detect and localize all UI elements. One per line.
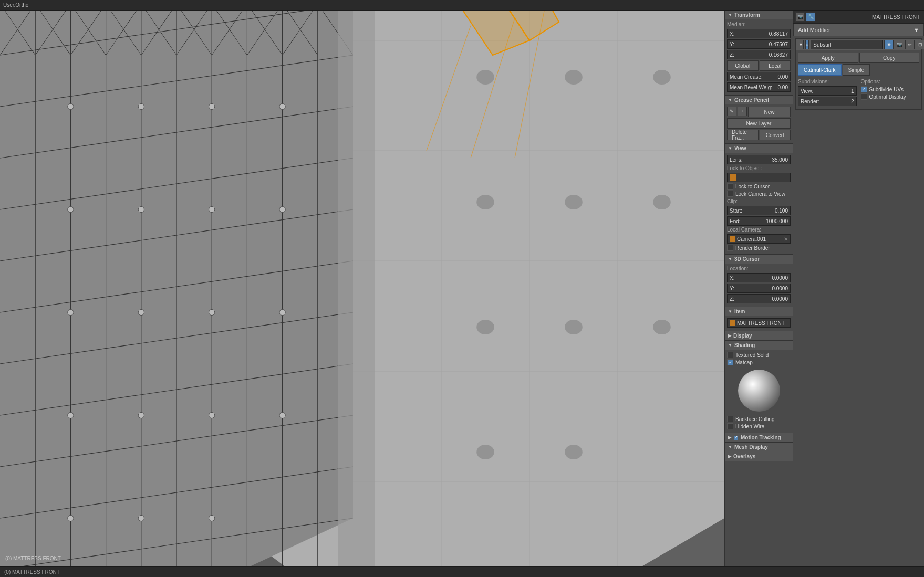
cursor-3d-label: 3D Cursor — [734, 256, 760, 262]
mod-tab-properties[interactable]: 🔧 — [806, 12, 815, 22]
subsurf-edit-icon[interactable]: ✏ — [905, 40, 915, 49]
cursor-x-field[interactable]: X: 0.0000 — [727, 273, 791, 282]
optimal-display-checkbox[interactable] — [861, 93, 867, 100]
add-modifier-label: Add Modifier — [798, 27, 830, 33]
item-name-field[interactable]: MATTRESS FRONT — [727, 318, 791, 328]
svg-point-84 — [68, 103, 74, 109]
lock-to-cursor-checkbox[interactable] — [727, 183, 733, 190]
clip-end-field[interactable]: End: 1000.000 — [727, 216, 791, 226]
simple-tab[interactable]: Simple — [843, 64, 870, 76]
cursor-y-label: Y: — [730, 286, 734, 291]
copy-button[interactable]: Copy — [859, 53, 920, 63]
grease-pencil-header[interactable]: ▼ Grease Pencil — [725, 96, 793, 104]
subsurf-realtime-icon[interactable]: 👁 — [884, 40, 894, 49]
gp-plus-icon[interactable]: + — [738, 107, 747, 116]
gp-draw-icon[interactable]: ✎ — [727, 107, 736, 116]
clip-end-row: End: 1000.000 — [727, 216, 791, 226]
backface-culling-checkbox[interactable] — [727, 416, 733, 422]
cursor-z-field[interactable]: Z: 0.0000 — [727, 294, 791, 303]
lens-value: 35.000 — [772, 157, 788, 163]
lock-camera-checkbox[interactable] — [727, 191, 733, 197]
overlays-section: ▶ Overlays — [725, 452, 793, 461]
mod-tab-render[interactable]: 📷 — [795, 12, 805, 22]
convert-button[interactable]: Convert — [760, 130, 791, 140]
matcap-preview-container[interactable] — [727, 368, 791, 414]
matcap-checkbox[interactable] — [727, 359, 733, 365]
camera-field[interactable]: Camera.001 ✕ — [727, 234, 791, 244]
render-border-checkbox[interactable] — [727, 245, 733, 251]
svg-point-92 — [68, 309, 74, 315]
subsurf-icons: 👁 📷 ✏ ⊡ ↑ ↓ ✕ — [884, 40, 924, 49]
mesh-display-header[interactable]: ▼ Mesh Display — [725, 443, 793, 452]
camera-remove-button[interactable]: ✕ — [784, 236, 788, 242]
delete-frame-button[interactable]: Delete Fra... — [727, 130, 759, 140]
svg-point-9 — [476, 70, 494, 85]
display-header[interactable]: ▶ Display — [725, 331, 793, 340]
subsurf-cage-icon[interactable]: ⊡ — [916, 40, 924, 49]
view-section: ▼ View Lens: 35.000 Lock to Object: — [725, 144, 793, 255]
viewport-status: (0) MATTRESS FRONT — [5, 555, 61, 561]
lens-field[interactable]: Lens: 35.000 — [727, 155, 791, 164]
z-field[interactable]: Z: 0.16627 — [727, 50, 791, 59]
textured-solid-checkbox[interactable] — [727, 352, 733, 358]
subdivisions-column: Subdivisions: View: 1 Render: 2 — [798, 79, 857, 107]
cursor-z-value: 0.0000 — [772, 296, 788, 302]
local-button[interactable]: Local — [760, 60, 791, 71]
svg-point-96 — [68, 412, 74, 418]
lock-camera-row: Lock Camera to View — [727, 191, 791, 197]
svg-point-91 — [279, 206, 285, 212]
subsurf-collapse-icon[interactable]: ▼ — [798, 40, 804, 49]
view-sub-field[interactable]: View: 1 — [798, 86, 857, 96]
render-border-row: Render Border — [727, 245, 791, 251]
motion-tracking-header[interactable]: ▶ Motion Tracking — [725, 433, 793, 442]
motion-tracking-checkbox[interactable] — [733, 435, 739, 440]
cursor-y-field[interactable]: Y: 0.0000 — [727, 284, 791, 293]
item-header[interactable]: ▼ Item — [725, 307, 793, 316]
item-icon — [730, 320, 735, 326]
gp-new-button[interactable]: New — [748, 107, 791, 117]
transform-collapse-icon: ▼ — [728, 13, 732, 17]
overlays-header[interactable]: ▶ Overlays — [725, 452, 793, 461]
y-field[interactable]: Y: -0.47507 — [727, 39, 791, 49]
viewport-status-text: (0) MATTRESS FRONT — [5, 555, 61, 561]
app-title: User.Ortho — [3, 2, 28, 8]
x-field[interactable]: X: 0.88117 — [727, 29, 791, 38]
gp-tools-row: ✎ + New — [727, 107, 791, 117]
subsurf-name-field[interactable] — [811, 40, 883, 49]
cursor-y-value: 0.0000 — [772, 286, 788, 291]
add-modifier-button[interactable]: Add Modifier ▼ — [793, 24, 924, 36]
render-sub-field[interactable]: Render: 2 — [798, 97, 857, 106]
cursor-3d-header[interactable]: ▼ 3D Cursor — [725, 255, 793, 264]
subdivide-uvs-checkbox[interactable] — [861, 86, 867, 92]
svg-point-18 — [476, 445, 494, 459]
mesh-display-section: ▼ Mesh Display — [725, 443, 793, 452]
mean-crease-value: 0.00 — [778, 74, 788, 80]
svg-point-98 — [209, 412, 215, 418]
z-field-row: Z: 0.16627 — [727, 50, 791, 59]
new-layer-button[interactable]: New Layer — [727, 118, 791, 129]
svg-point-11 — [653, 70, 671, 85]
subsurf-render-icon[interactable]: 📷 — [895, 40, 904, 49]
grease-pencil-collapse-icon: ▼ — [728, 98, 732, 102]
global-button[interactable]: Global — [727, 60, 759, 71]
lock-to-object-field[interactable] — [727, 173, 791, 182]
view-header[interactable]: ▼ View — [725, 144, 793, 153]
textured-solid-row: Textured Solid — [727, 352, 791, 358]
clip-start-field[interactable]: Start: 0.100 — [727, 206, 791, 215]
svg-point-102 — [209, 515, 215, 521]
lock-to-cursor-label: Lock to Cursor — [735, 184, 770, 190]
mean-crease-field[interactable]: Mean Crease: 0.00 — [727, 72, 791, 81]
transform-header[interactable]: ▼ Transform — [725, 11, 793, 19]
mean-bevel-field[interactable]: Mean Bevel Weig: 0.00 — [727, 82, 791, 92]
shading-content: Textured Solid Matcap Backface Culling — [725, 350, 793, 433]
matcap-preview-ball[interactable] — [738, 370, 780, 412]
viewport[interactable]: X Y Z (0) MATTRESS FRONT — [0, 11, 724, 566]
hidden-wire-checkbox[interactable] — [727, 423, 733, 429]
subsurf-type-icon[interactable]: ○ — [805, 40, 809, 49]
catmull-clark-tab[interactable]: Catmull-Clark — [798, 64, 842, 76]
x-value: 0.88117 — [769, 31, 788, 37]
overlays-label: Overlays — [733, 454, 755, 459]
shading-header[interactable]: ▼ Shading — [725, 341, 793, 350]
cursor-collapse-icon: ▼ — [728, 257, 732, 261]
apply-button[interactable]: Apply — [798, 53, 858, 63]
